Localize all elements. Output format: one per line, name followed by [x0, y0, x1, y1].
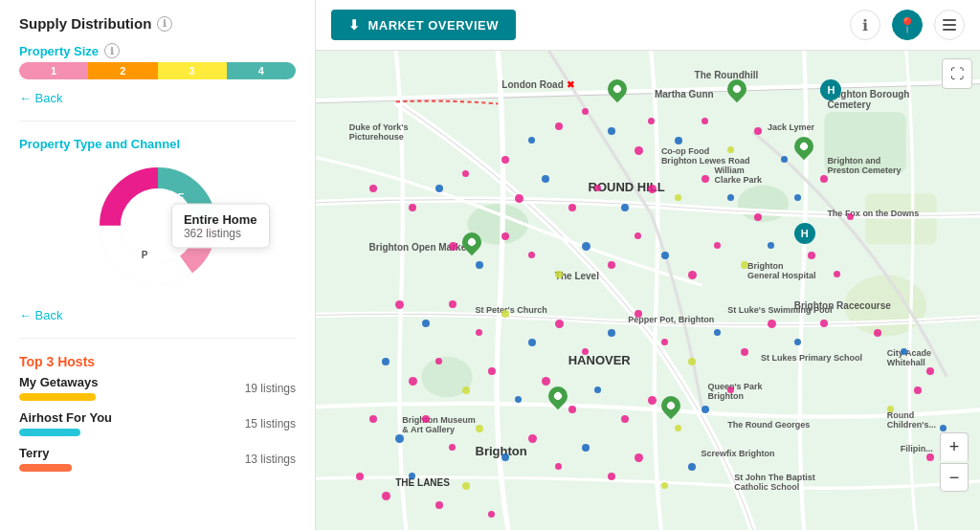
map-dot-38[interactable]: [688, 271, 697, 279]
map-dot-51[interactable]: [582, 348, 589, 355]
map-dot-79[interactable]: [476, 425, 483, 432]
property-size-seg-4[interactable]: 4: [227, 62, 296, 79]
map-dot-81[interactable]: [528, 434, 537, 443]
map-dot-46[interactable]: [449, 300, 457, 308]
map-dot-100[interactable]: [926, 453, 934, 461]
map-dot-85[interactable]: [635, 453, 643, 462]
map-dot-55[interactable]: [688, 358, 696, 365]
map-dot-82[interactable]: [555, 463, 562, 470]
map-dot-66[interactable]: [515, 396, 522, 403]
map-dot-68[interactable]: [568, 406, 576, 413]
map-dot-87[interactable]: [688, 463, 696, 471]
map-dot-16[interactable]: [515, 194, 523, 203]
map-dot-1[interactable]: [409, 204, 416, 211]
map-dot-90[interactable]: [409, 473, 415, 479]
map-dot-24[interactable]: [727, 194, 734, 201]
map-dot-60[interactable]: [820, 320, 828, 327]
map-dot-25[interactable]: [754, 213, 762, 221]
map-dot-17[interactable]: [542, 175, 549, 183]
map-dot-31[interactable]: [501, 232, 509, 240]
map-expand-button[interactable]: ⛶: [942, 58, 972, 89]
map-dot-18[interactable]: [568, 204, 576, 211]
map-dot-56[interactable]: [714, 329, 721, 336]
topbar-menu-icon[interactable]: [934, 10, 965, 40]
property-size-info-icon[interactable]: ℹ: [104, 43, 120, 58]
map-dot-77[interactable]: [422, 415, 430, 423]
map-marker-4[interactable]: [545, 383, 571, 409]
map-dot-98[interactable]: [914, 386, 922, 394]
map-dot-11[interactable]: [675, 137, 682, 144]
map-dot-5[interactable]: [528, 137, 535, 144]
map-dot-48[interactable]: [501, 310, 509, 318]
map-dot-42[interactable]: [808, 252, 815, 259]
map-dot-69[interactable]: [594, 386, 601, 393]
map-dot-14[interactable]: [754, 127, 762, 135]
map-dot-34[interactable]: [582, 242, 590, 251]
map-dot-23[interactable]: [702, 175, 709, 183]
map-dot-13[interactable]: [727, 146, 734, 153]
title-info-icon[interactable]: ℹ: [157, 16, 172, 32]
map-dot-71[interactable]: [648, 396, 657, 405]
map-dot-37[interactable]: [661, 252, 669, 259]
map-dot-28[interactable]: [847, 213, 854, 220]
map-dot-86[interactable]: [661, 482, 668, 489]
map-dot-47[interactable]: [476, 329, 482, 336]
zoom-out-button[interactable]: −: [940, 463, 969, 492]
property-size-seg-3[interactable]: 3: [158, 62, 227, 79]
map-marker-3[interactable]: [458, 229, 485, 255]
map-dot-62[interactable]: [409, 377, 417, 386]
map-dot-97[interactable]: [887, 406, 894, 412]
map-dot-44[interactable]: [395, 300, 404, 309]
info-marker-1[interactable]: H: [820, 79, 841, 100]
property-size-seg-2[interactable]: 2: [88, 62, 157, 79]
map-dot-61[interactable]: [382, 358, 390, 365]
map-dot-32[interactable]: [528, 252, 535, 258]
map-dot-91[interactable]: [435, 501, 443, 509]
map-dot-3[interactable]: [462, 170, 469, 177]
map-dot-50[interactable]: [555, 320, 564, 328]
map-dot-26[interactable]: [794, 194, 801, 201]
map-dot-80[interactable]: [501, 453, 509, 461]
map-dot-6[interactable]: [555, 122, 563, 130]
back-link-1[interactable]: ← Back: [19, 91, 296, 105]
map-dot-94[interactable]: [874, 329, 881, 337]
back-link-2[interactable]: ← Back: [19, 308, 296, 322]
map-dot-36[interactable]: [635, 232, 641, 239]
map-dot-99[interactable]: [940, 425, 947, 431]
map-dot-64[interactable]: [462, 386, 470, 394]
map-dot-0[interactable]: [369, 185, 377, 192]
map-marker-5[interactable]: [657, 392, 684, 419]
map-dot-54[interactable]: [661, 339, 668, 345]
map-dot-33[interactable]: [555, 271, 563, 278]
map-dot-8[interactable]: [608, 127, 615, 135]
map-dot-19[interactable]: [594, 185, 601, 191]
map-dot-83[interactable]: [582, 444, 590, 452]
map-dot-12[interactable]: [702, 118, 708, 124]
map-dot-15[interactable]: [781, 156, 788, 163]
map-dot-88[interactable]: [356, 473, 364, 480]
map-dot-76[interactable]: [395, 434, 404, 443]
map-dot-27[interactable]: [820, 175, 828, 183]
map-dot-52[interactable]: [608, 329, 615, 337]
map-dot-2[interactable]: [435, 185, 443, 192]
map-dot-89[interactable]: [382, 492, 390, 500]
map-dot-49[interactable]: [528, 339, 536, 346]
map-dot-58[interactable]: [768, 320, 776, 328]
map-dot-30[interactable]: [476, 261, 483, 269]
topbar-location-icon[interactable]: 📍: [892, 10, 923, 40]
map-dot-78[interactable]: [449, 444, 456, 451]
map-dot-95[interactable]: [901, 348, 907, 355]
map-dot-72[interactable]: [675, 425, 681, 431]
zoom-in-button[interactable]: +: [940, 432, 969, 461]
map-dot-39[interactable]: [714, 242, 721, 249]
map-dot-10[interactable]: [648, 118, 655, 124]
map-dot-41[interactable]: [768, 242, 774, 249]
map-dot-53[interactable]: [635, 310, 642, 318]
map-dot-20[interactable]: [621, 204, 629, 211]
market-overview-button[interactable]: ⬇ MARKET OVERVIEW: [331, 10, 516, 40]
map-dot-4[interactable]: [501, 156, 509, 164]
property-size-seg-1[interactable]: 1: [19, 62, 88, 79]
map-marker-6[interactable]: [791, 133, 817, 160]
topbar-info-icon[interactable]: ℹ: [850, 10, 880, 40]
map-dot-21[interactable]: [648, 185, 657, 193]
